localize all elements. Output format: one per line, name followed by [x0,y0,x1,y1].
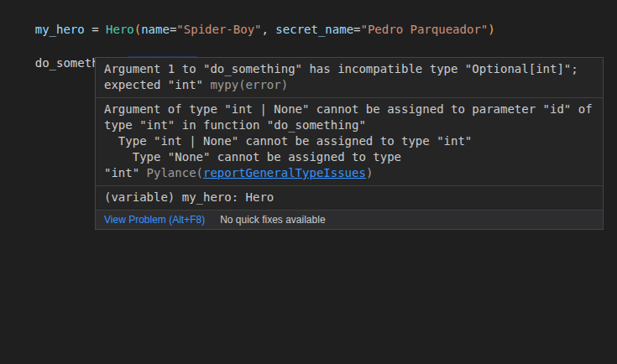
code-token: Hero [106,23,134,36]
mypy-message-text: expected "int" [104,78,210,91]
view-problem-link[interactable]: View Problem (Alt+F8) [104,213,205,226]
code-token: , [262,23,276,36]
mypy-message-line-1: Argument 1 to "do_something" has incompa… [104,61,594,77]
diagnostic-mypy: Argument 1 to "do_something" has incompa… [96,58,603,98]
code-token: = [85,23,106,36]
pylance-message-line-2: type "int" in function "do_something" [104,117,594,133]
code-token: = [353,23,360,36]
code-token: ) [488,23,494,36]
code-token: "Spider-Boy" [176,23,261,36]
code-token: name [141,23,170,36]
code-token: ( [134,23,141,36]
pylance-rule-link[interactable]: reportGeneralTypeIssues [203,166,366,179]
code-token: my_hero [35,23,85,36]
pylance-message-line-4: Type "None" cannot be assigned to type [104,149,594,165]
hover-tooltip: Argument 1 to "do_something" has incompa… [95,57,604,230]
code-token: secret_name [275,23,353,36]
no-quick-fixes-label: No quick fixes available [220,213,325,226]
mypy-source-label: mypy(error) [210,78,288,91]
pylance-message-line-3: Type "int | None" cannot be assigned to … [104,133,594,149]
pylance-source-close: ) [366,166,373,179]
code-token: "Pedro Parqueador" [361,23,489,36]
pylance-message-line-1: Argument of type "int | None" cannot be … [104,101,594,117]
pylance-message-text: "int" [104,166,147,179]
pylance-message-line-5: "int" Pylance(reportGeneralTypeIssues) [104,165,594,181]
symbol-definition: (variable) my_hero: Hero [96,186,603,211]
hover-status-bar: View Problem (Alt+F8) No quick fixes ava… [96,211,603,229]
mypy-message-line-2: expected "int" mypy(error) [104,77,594,93]
diagnostic-pylance: Argument of type "int | None" cannot be … [96,98,603,186]
code-editor[interactable]: my_hero = Hero(name="Spider-Boy", secret… [0,0,617,364]
symbol-definition-text: (variable) my_hero: Hero [104,190,594,205]
pylance-source-label: Pylance( [147,166,203,179]
